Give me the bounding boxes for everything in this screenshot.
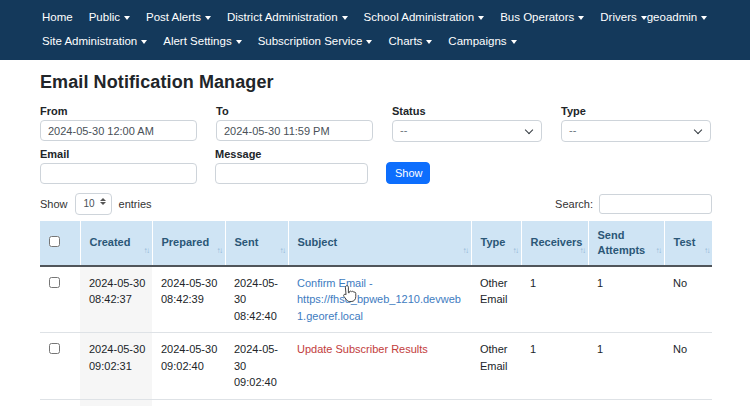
sort-icon: ↑↓ — [513, 246, 518, 257]
from-label: From — [40, 105, 197, 117]
type-label: Type — [561, 105, 711, 117]
col-header-test[interactable]: Test↑↓ — [664, 221, 712, 266]
col-header-created[interactable]: Created↑↓ — [80, 221, 152, 266]
sort-icon: ↑↓ — [656, 246, 661, 257]
nav-item-district-administration[interactable]: District Administration — [227, 7, 348, 27]
nav-item-public[interactable]: Public — [89, 7, 130, 27]
message-input[interactable] — [215, 163, 368, 184]
subject-cell: ID: 9832 - School: 1131 Forms CA_ON_STSC… — [288, 399, 471, 406]
nav-item-bus-operators[interactable]: Bus Operators — [500, 7, 584, 27]
created-cell: 2024-05-30 15:38:38 — [80, 399, 152, 406]
caret-down-icon — [141, 40, 147, 44]
sort-icon: ↑↓ — [280, 246, 285, 257]
sort-icon: ↑↓ — [144, 246, 149, 257]
filter-row-2: Email Message Show — [40, 142, 712, 184]
page-length-control: Show 10 entries — [40, 193, 152, 215]
prepared-cell: 2024-05-30 08:42:39 — [152, 266, 225, 333]
nav-item-alert-settings[interactable]: Alert Settings — [163, 31, 241, 51]
test-cell: No — [664, 266, 712, 333]
chevron-down-icon — [694, 126, 702, 134]
receivers-cell: 1 — [521, 266, 588, 333]
caret-down-icon — [366, 40, 372, 44]
spinner-updown-icon — [100, 198, 106, 205]
nav-item-home[interactable]: Home — [42, 7, 73, 27]
navbar-row-1: Home Public Post Alerts District Adminis… — [42, 7, 736, 27]
caret-down-icon — [578, 16, 584, 20]
type-select[interactable]: -- — [561, 120, 711, 142]
send-attempts-cell: 1 — [588, 333, 664, 400]
caret-down-icon — [124, 16, 130, 20]
status-field-group: Status -- — [392, 99, 542, 142]
show-entries-label-right: entries — [119, 198, 152, 210]
email-notifications-table: Created↑↓ Prepared↑↓ Sent↑↓ Subject↑↓ Ty… — [40, 221, 712, 406]
nav-item-charts[interactable]: Charts — [388, 31, 432, 51]
subject-cell: Update Subscriber Results — [288, 333, 471, 400]
subject-cell: Confirm Email - https://fhsd_bpweb_1210.… — [288, 266, 471, 333]
show-button[interactable]: Show — [386, 162, 430, 184]
col-header-receivers[interactable]: Receivers↑↓ — [521, 221, 588, 266]
nav-item-subscription-service[interactable]: Subscription Service — [258, 31, 373, 51]
from-datetime-input[interactable] — [40, 120, 197, 141]
navbar-main-menu: Home Public Post Alerts District Adminis… — [42, 7, 647, 27]
receivers-cell: 1 — [521, 399, 588, 406]
table-row: 2024-05-30 15:38:38 2024-05-30 15:38:47 … — [40, 399, 712, 406]
nav-item-site-administration[interactable]: Site Administration — [42, 31, 147, 51]
row-select-cell — [40, 266, 80, 333]
send-attempts-cell: 1 — [588, 399, 664, 406]
email-label: Email — [40, 148, 197, 160]
sort-icon: ↑↓ — [217, 246, 222, 257]
test-cell: No — [664, 399, 712, 406]
main-content: Email Notification Manager From To Statu… — [0, 60, 750, 406]
subject-link-hovered[interactable]: Update Subscriber Results — [297, 343, 428, 355]
page-length-select[interactable]: 10 — [75, 193, 112, 215]
sort-icon: ↑↓ — [463, 246, 468, 257]
sort-icon: ↑↓ — [580, 246, 585, 257]
search-input[interactable] — [599, 194, 712, 214]
nav-item-campaigns[interactable]: Campaigns — [448, 31, 516, 51]
col-header-send-attempts[interactable]: Send Attempts↑↓ — [588, 221, 664, 266]
select-all-checkbox[interactable] — [49, 236, 60, 247]
prepared-cell: 2024-05-30 09:02:40 — [152, 333, 225, 400]
subject-link[interactable]: Confirm Email - https://fhsd_bpweb_1210.… — [297, 277, 461, 322]
message-field-group: Message — [215, 142, 368, 184]
search-control: Search: — [555, 194, 712, 214]
prepared-cell: 2024-05-30 15:38:47 — [152, 399, 225, 406]
page-title: Email Notification Manager — [40, 72, 712, 93]
search-label: Search: — [555, 198, 593, 210]
row-checkbox[interactable] — [49, 277, 60, 288]
user-menu-geoadmin[interactable]: geoadmin — [647, 7, 708, 27]
caret-down-icon — [426, 40, 432, 44]
show-entries-label-left: Show — [40, 198, 68, 210]
type-field-group: Type -- — [561, 99, 711, 142]
caret-down-icon — [205, 16, 211, 20]
status-select[interactable]: -- — [392, 120, 542, 142]
type-cell: Other Email — [471, 399, 521, 406]
table-row: 2024-05-30 08:42:37 2024-05-30 08:42:39 … — [40, 266, 712, 333]
sent-cell: 2024-05-30 15:38:48 — [225, 399, 288, 406]
send-attempts-cell: 1 — [588, 266, 664, 333]
to-datetime-input[interactable] — [216, 120, 373, 141]
to-field-group: To — [216, 99, 373, 142]
nav-item-drivers[interactable]: Drivers — [600, 7, 646, 27]
nav-item-post-alerts[interactable]: Post Alerts — [146, 7, 211, 27]
email-input[interactable] — [40, 163, 197, 184]
type-cell: Other Email — [471, 333, 521, 400]
nav-item-school-administration[interactable]: School Administration — [364, 7, 485, 27]
receivers-cell: 1 — [521, 333, 588, 400]
status-label: Status — [392, 105, 542, 117]
col-header-type[interactable]: Type↑↓ — [471, 221, 521, 266]
from-field-group: From — [40, 99, 197, 142]
col-header-prepared[interactable]: Prepared↑↓ — [152, 221, 225, 266]
table-header-row: Created↑↓ Prepared↑↓ Sent↑↓ Subject↑↓ Ty… — [40, 221, 712, 266]
caret-down-icon — [701, 16, 707, 20]
caret-down-icon — [236, 40, 242, 44]
col-header-sent[interactable]: Sent↑↓ — [225, 221, 288, 266]
caret-down-icon — [511, 40, 517, 44]
col-header-subject[interactable]: Subject↑↓ — [288, 221, 471, 266]
caret-down-icon — [478, 16, 484, 20]
test-cell: No — [664, 333, 712, 400]
row-checkbox[interactable] — [49, 343, 60, 354]
sort-icon: ↑↓ — [704, 246, 709, 257]
table-controls: Show 10 entries Search: — [40, 193, 712, 215]
chevron-down-icon — [525, 126, 533, 134]
